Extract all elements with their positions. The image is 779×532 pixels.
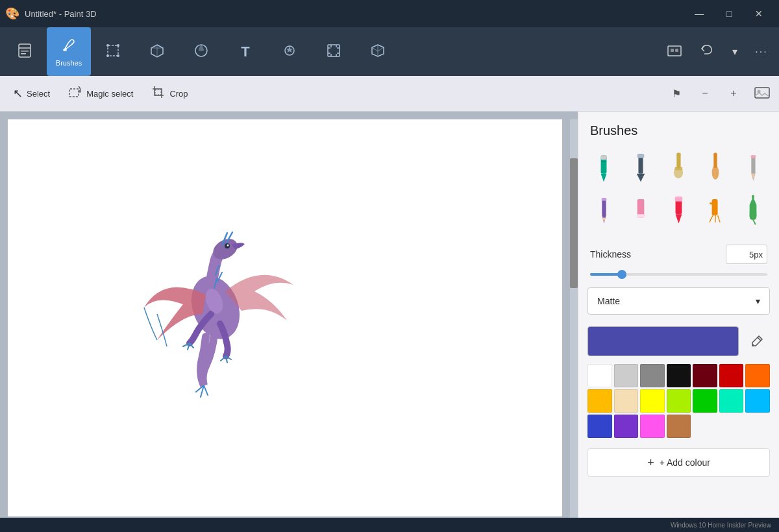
subtool-select[interactable]: ↖ Select xyxy=(5,79,58,108)
svg-rect-18 xyxy=(155,90,161,95)
minus-button[interactable]: − xyxy=(693,82,717,105)
finish-label: Matte xyxy=(597,296,620,306)
svg-rect-13 xyxy=(668,46,681,56)
brush-calligraphy[interactable] xyxy=(624,147,657,186)
taskbar-text: Windows 10 Home Insider Preview xyxy=(671,522,771,529)
canvas-white[interactable] xyxy=(8,119,562,516)
thickness-slider-row xyxy=(578,271,779,284)
color-purple[interactable] xyxy=(614,415,639,438)
maximize-button[interactable]: □ xyxy=(714,0,744,27)
add-colour-label: + Add colour xyxy=(660,457,710,468)
color-orange[interactable] xyxy=(745,364,770,387)
brush-watercolor[interactable] xyxy=(699,147,732,186)
taskbar: Windows 10 Home Insider Preview xyxy=(0,518,779,532)
image-insert-button[interactable] xyxy=(750,82,774,105)
subtool-crop-label: Crop xyxy=(169,89,188,99)
svg-point-7 xyxy=(117,44,119,47)
app-title: Untitled* - Paint 3D xyxy=(25,9,97,19)
brush-eraser[interactable] xyxy=(624,190,657,229)
svg-marker-31 xyxy=(637,174,645,182)
toolbar-file[interactable] xyxy=(3,27,47,76)
svg-rect-5 xyxy=(108,45,118,56)
toolbar-stickers[interactable] xyxy=(179,27,223,76)
brush-marker[interactable] xyxy=(587,147,620,186)
toolbar-effects[interactable] xyxy=(267,27,312,76)
color-blue[interactable] xyxy=(587,415,612,438)
toolbar-3dshapes[interactable] xyxy=(135,27,179,76)
close-button[interactable]: ✕ xyxy=(744,0,774,27)
color-amber[interactable] xyxy=(587,389,612,413)
text-icon: T xyxy=(241,45,249,59)
titlebar-left: 🎨 Untitled* - Paint 3D xyxy=(5,6,97,21)
color-lightgrey[interactable] xyxy=(614,364,639,387)
subtool-magic-select[interactable]: Magic select xyxy=(60,79,141,108)
brush-pencil-grey[interactable] xyxy=(737,147,769,186)
toolbar-right: ▾ ··· xyxy=(658,27,776,76)
eyedropper-button[interactable] xyxy=(744,328,770,354)
svg-rect-19 xyxy=(755,88,769,98)
titlebar-controls: — □ ✕ xyxy=(684,0,774,27)
toolbar-undo[interactable] xyxy=(691,27,723,76)
svg-rect-28 xyxy=(601,155,607,160)
color-red[interactable] xyxy=(719,364,744,387)
color-pink[interactable] xyxy=(640,415,665,438)
brush-spray[interactable] xyxy=(699,190,732,229)
selected-color-swatch[interactable] xyxy=(587,326,739,356)
toolbar-more[interactable]: ··· xyxy=(747,27,776,76)
effects-icon xyxy=(281,42,298,62)
color-cyan[interactable] xyxy=(745,389,770,413)
svg-line-4 xyxy=(71,42,74,45)
subtool-crop[interactable]: Crop xyxy=(143,79,195,108)
vertical-scrollbar[interactable] xyxy=(570,119,578,524)
slider-thumb[interactable] xyxy=(617,270,626,279)
thickness-value[interactable]: 5px xyxy=(726,245,767,264)
color-white[interactable] xyxy=(587,364,612,387)
brush-grid xyxy=(578,147,779,238)
color-black[interactable] xyxy=(667,364,691,387)
thickness-label: Thickness xyxy=(590,249,718,260)
3dshapes-icon xyxy=(149,42,166,62)
toolbar-text[interactable]: T xyxy=(223,27,267,76)
flag-button[interactable]: ⚑ xyxy=(665,82,688,105)
brush-marker-thick[interactable] xyxy=(662,190,695,229)
finish-dropdown[interactable]: Matte ▾ xyxy=(587,287,770,315)
v-scrollbar-thumb[interactable] xyxy=(570,158,578,288)
color-grey[interactable] xyxy=(640,364,665,387)
toolbar-canvas[interactable] xyxy=(312,27,356,76)
color-brown[interactable] xyxy=(667,415,691,438)
toolbar-brushes[interactable]: Brushes xyxy=(47,27,91,76)
svg-rect-33 xyxy=(676,153,680,168)
svg-marker-49 xyxy=(675,214,682,223)
svg-rect-32 xyxy=(637,154,645,158)
chevron-down-icon: ▾ xyxy=(756,296,760,306)
color-wheat[interactable] xyxy=(614,389,639,413)
color-teal[interactable] xyxy=(719,389,744,413)
canvas-area[interactable] xyxy=(0,112,578,532)
svg-rect-54 xyxy=(749,212,756,217)
brush-oil[interactable] xyxy=(662,147,695,186)
svg-point-17 xyxy=(79,90,81,93)
toolbar-library[interactable] xyxy=(658,27,691,76)
panel-title: Brushes xyxy=(578,112,779,147)
toolbar-select[interactable] xyxy=(91,27,135,76)
svg-rect-15 xyxy=(675,49,678,52)
svg-rect-47 xyxy=(637,214,645,217)
color-darkred[interactable] xyxy=(693,364,717,387)
brush-pencil-color[interactable] xyxy=(587,190,620,229)
color-palette xyxy=(578,364,779,446)
brush-fill[interactable] xyxy=(737,190,769,229)
color-green[interactable] xyxy=(693,389,717,413)
svg-marker-27 xyxy=(601,174,607,182)
toolbar-3dview[interactable] xyxy=(356,27,400,76)
canvas-inner xyxy=(8,119,562,516)
svg-point-37 xyxy=(712,165,719,179)
toolbar-dropdown[interactable]: ▾ xyxy=(723,27,747,76)
color-yellow[interactable] xyxy=(640,389,665,413)
plus-button[interactable]: + xyxy=(722,82,745,105)
svg-rect-45 xyxy=(601,198,606,200)
minimize-button[interactable]: — xyxy=(684,0,714,27)
add-colour-button[interactable]: + + Add colour xyxy=(587,448,770,477)
svg-point-9 xyxy=(117,54,119,57)
color-lime[interactable] xyxy=(667,389,691,413)
thickness-slider[interactable] xyxy=(590,273,767,276)
